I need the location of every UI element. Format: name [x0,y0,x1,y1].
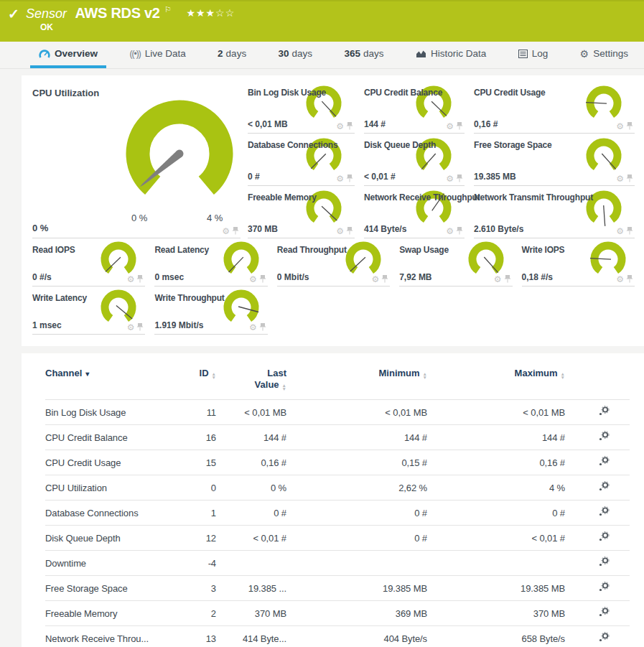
tab-live-data[interactable]: ((•))Live Data [121,42,194,68]
gear-icon[interactable]: ⚙ [249,275,257,284]
cell-last-value: 19.385 ... [216,576,286,601]
pin-icon[interactable] [136,274,144,284]
pin-icon[interactable] [626,121,633,131]
gear-icon[interactable]: ⚙ [446,122,454,131]
channel-settings-icon[interactable] [598,557,610,569]
channel-table-panel: Channel▾ ID▲▼ Last Value▲▼ Minimum▲▼ Max… [22,353,644,647]
pin-icon[interactable] [136,322,144,332]
gear-icon[interactable]: ⚙ [127,323,135,332]
gauge-tile-bin-log-disk-usage[interactable]: Bin Log Disk Usage < 0,01 MB⚙ [248,81,355,134]
gear-icon[interactable]: ⚙ [336,122,344,131]
gauge-tile-disk-queue-depth[interactable]: Disk Queue Depth < 0,01 #⚙ [364,134,465,186]
gauge-tile-network-transmit-throughput[interactable]: Network Transmit Throughput 2.610 Byte/s… [474,186,635,238]
cell-channel[interactable]: CPU Credit Balance [45,425,173,450]
rating-stars[interactable]: ★★★☆☆ [186,7,235,19]
cell-maximum: 19.385 MB [427,576,565,601]
gauge-tile-write-throughput[interactable]: Write Throughput 1.919 Mbit/s⚙ [154,287,267,335]
tab-settings[interactable]: ⚙Settings [571,42,637,68]
gear-icon[interactable]: ⚙ [616,227,624,236]
channel-settings-icon[interactable] [598,406,610,419]
cell-channel[interactable]: Freeable Memory [45,601,173,626]
cell-channel[interactable]: Bin Log Disk Usage [45,400,173,425]
pin-icon[interactable] [259,322,266,332]
gauge-tile-network-receive-throughput[interactable]: Network Receive Throughput 414 Byte/s⚙ [364,186,465,238]
flag-icon[interactable]: ⚐ [164,5,172,14]
gear-icon[interactable]: ⚙ [494,275,502,284]
tab-log[interactable]: Log [510,42,557,68]
cell-maximum: < 0,01 MB [427,400,565,425]
pin-icon[interactable] [626,274,633,284]
table-row-cpu-credit-balance: CPU Credit Balance16144 #144 #144 # [45,425,630,450]
tab-historic-data[interactable]: Historic Data [407,42,495,68]
gear-icon[interactable]: ⚙ [616,174,624,183]
pin-icon[interactable] [456,121,463,131]
gear-icon[interactable]: ⚙ [336,227,344,236]
live-data-icon: ((•)) [129,49,140,59]
cell-minimum: 404 Byte/s [286,626,427,647]
col-header-minimum[interactable]: Minimum▲▼ [286,365,427,400]
gauge-tile-read-latency[interactable]: Read Latency 0 msec⚙ [154,238,267,287]
pin-icon[interactable] [626,226,633,236]
channel-label: Free Storage Space [474,134,635,150]
pin-icon[interactable] [346,121,353,131]
pin-icon[interactable] [232,226,239,236]
gauge-tile-write-latency[interactable]: Write Latency 1 msec⚙ [32,287,145,335]
channel-settings-icon[interactable] [598,632,610,645]
pin-icon[interactable] [381,274,388,284]
gauge-tile-cpu-utilization-main[interactable]: CPU Utilization 0 % 4 % 0 % ⚙ [32,81,241,238]
cell-channel[interactable]: Network Receive Throu... [45,626,173,647]
gauge-tile-freeable-memory[interactable]: Freeable Memory 370 MB⚙ [248,186,355,238]
cell-channel[interactable]: CPU Utilization [45,475,173,501]
col-header-maximum[interactable]: Maximum▲▼ [427,365,565,400]
pin-icon[interactable] [456,226,463,236]
table-row-cpu-credit-usage: CPU Credit Usage150,16 #0,15 #0,16 # [45,450,630,475]
gauge-tile-database-connections[interactable]: Database Connections 0 #⚙ [248,134,355,186]
gauge-icon [39,49,50,59]
gauge-tile-write-iops[interactable]: Write IOPS 0,18 #/s⚙ [522,238,635,287]
channel-settings-icon[interactable] [598,582,610,595]
gear-icon[interactable]: ⚙ [616,275,624,284]
gauge-tile-read-throughput[interactable]: Read Throughput 0 Mbit/s⚙ [277,238,390,287]
cell-channel[interactable]: Disk Queue Depth [45,526,173,551]
channel-settings-icon[interactable] [598,607,610,620]
gear-icon[interactable]: ⚙ [446,227,454,236]
cell-channel[interactable]: Free Storage Space [45,576,173,601]
cell-channel[interactable]: Downtime [45,551,173,576]
channel-label: Write Latency [32,287,145,303]
pin-icon[interactable] [346,174,353,183]
col-header-channel[interactable]: Channel▾ [45,365,173,400]
gauge-tile-swap-usage[interactable]: Swap Usage 7,92 MB⚙ [399,238,512,287]
pin-icon[interactable] [504,274,511,284]
channel-value: 7,92 MB [399,272,431,282]
pin-icon[interactable] [346,226,353,236]
channel-settings-icon[interactable] [598,456,610,469]
cell-channel[interactable]: Database Connections [45,501,173,526]
gear-icon[interactable]: ⚙ [336,174,344,183]
gear-icon[interactable]: ⚙ [249,323,257,332]
pin-icon[interactable] [626,174,633,183]
col-header-id[interactable]: ID▲▼ [173,365,216,400]
pin-icon[interactable] [259,274,266,284]
channel-settings-icon[interactable] [598,431,610,444]
gauge-tile-read-iops[interactable]: Read IOPS 0 #/s⚙ [32,238,145,287]
channel-settings-icon[interactable] [598,531,610,544]
channel-label: Read Latency [154,238,267,255]
gauge-tile-cpu-credit-usage[interactable]: CPU Credit Usage 0,16 #⚙ [474,81,635,134]
gauge-tile-free-storage-space[interactable]: Free Storage Space 19.385 MB⚙ [474,134,635,186]
gear-icon[interactable]: ⚙ [127,275,135,284]
gear-icon[interactable]: ⚙ [371,275,379,284]
gear-icon[interactable]: ⚙ [446,174,454,183]
settings-icon: ⚙ [580,49,589,59]
tab-365-days[interactable]: 365days [336,42,393,68]
gear-icon[interactable]: ⚙ [222,227,230,236]
channel-settings-icon[interactable] [598,481,610,494]
gear-icon[interactable]: ⚙ [616,122,624,131]
tab-overview[interactable]: Overview [30,42,106,68]
channel-settings-icon[interactable] [598,506,610,519]
gauge-tile-cpu-credit-balance[interactable]: CPU Credit Balance 144 #⚙ [364,81,465,134]
pin-icon[interactable] [456,174,463,183]
tab-2-days[interactable]: 2days [209,42,255,68]
cell-channel[interactable]: CPU Credit Usage [45,450,173,475]
tab-30-days[interactable]: 30days [270,42,322,68]
col-header-last-value[interactable]: Last Value▲▼ [216,365,286,400]
